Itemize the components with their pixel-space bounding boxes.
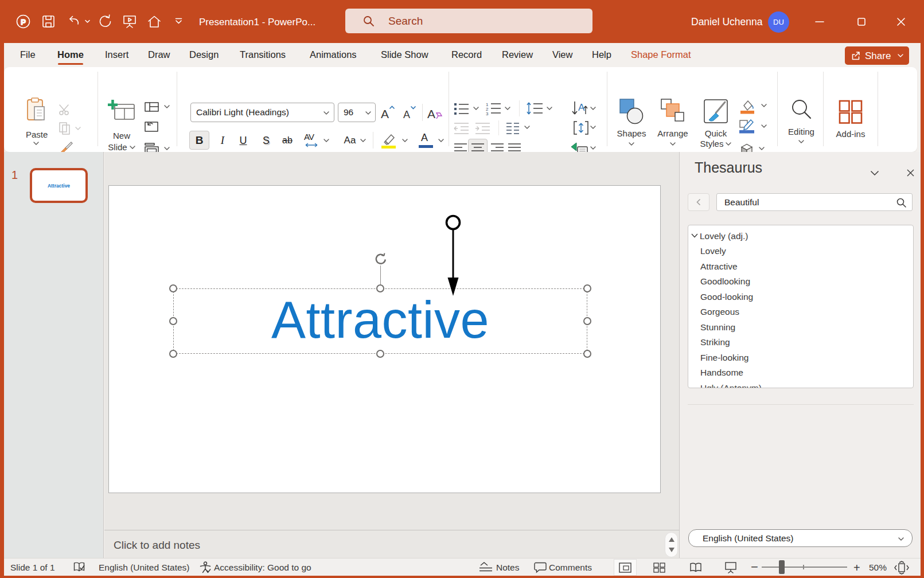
- zoom-slider-track[interactable]: [762, 567, 847, 568]
- tab-transitions[interactable]: Transitions: [240, 43, 286, 66]
- thesaurus-result-heading[interactable]: Lovely (adj.): [688, 228, 913, 244]
- text-direction-icon[interactable]: A: [571, 100, 588, 116]
- tab-draw[interactable]: Draw: [148, 43, 170, 66]
- normal-view-icon[interactable]: [619, 563, 631, 573]
- down-arrow-shape[interactable]: [445, 214, 462, 298]
- thesaurus-result-item[interactable]: Fine-looking: [688, 350, 913, 365]
- thesaurus-result-item[interactable]: Attractive: [688, 259, 913, 274]
- undo-icon[interactable]: [67, 14, 81, 29]
- comments-icon[interactable]: [534, 562, 547, 573]
- minimize-button[interactable]: [816, 21, 824, 22]
- paste-dropdown-icon[interactable]: [33, 142, 39, 145]
- tab-design[interactable]: Design: [189, 43, 219, 66]
- align-vertical-dropdown-icon[interactable]: [590, 126, 596, 129]
- shape-outline-icon[interactable]: [739, 119, 755, 134]
- reset-slide-icon[interactable]: [143, 120, 158, 132]
- columns-dropdown-icon[interactable]: [524, 126, 530, 129]
- accessibility-icon[interactable]: [199, 561, 212, 573]
- line-spacing-dropdown-icon[interactable]: [547, 107, 552, 110]
- start-slideshow-icon[interactable]: [122, 14, 137, 29]
- highlight-dropdown-icon[interactable]: [402, 139, 408, 142]
- tab-file[interactable]: File: [20, 43, 36, 66]
- shape-fill-icon[interactable]: [740, 99, 755, 114]
- reading-view-icon[interactable]: [689, 563, 702, 573]
- notes-scrollbar[interactable]: [665, 532, 678, 557]
- text-shadow-button[interactable]: S: [259, 131, 274, 150]
- change-case-button[interactable]: Aa: [341, 131, 358, 150]
- increase-font-size-button[interactable]: A: [380, 104, 395, 121]
- new-slide-label-1[interactable]: New: [108, 131, 135, 140]
- bullets-dropdown-icon[interactable]: [473, 107, 479, 110]
- arrange-button[interactable]: Arrange: [657, 97, 689, 155]
- rotate-handle-icon[interactable]: [374, 252, 388, 266]
- smartart-dropdown-icon[interactable]: [590, 146, 596, 150]
- thesaurus-back-button[interactable]: [688, 193, 709, 211]
- close-button[interactable]: [897, 18, 905, 26]
- powerpoint-logo-icon[interactable]: P: [15, 14, 31, 29]
- numbering-dropdown-icon[interactable]: [505, 107, 510, 110]
- tab-help[interactable]: Help: [592, 43, 611, 66]
- bold-button[interactable]: B: [189, 131, 209, 150]
- section-dropdown-icon[interactable]: [164, 147, 170, 150]
- paste-label[interactable]: Paste: [26, 130, 46, 139]
- undo-dropdown-icon[interactable]: [85, 19, 90, 24]
- thesaurus-search-box[interactable]: Beautiful: [716, 193, 913, 211]
- user-name[interactable]: Daniel Uchenna: [691, 17, 763, 28]
- copy-icon[interactable]: [59, 122, 71, 135]
- tab-view[interactable]: View: [552, 43, 572, 66]
- resize-handle[interactable]: [583, 284, 591, 292]
- underline-button[interactable]: U: [236, 131, 251, 150]
- decrease-font-size-button[interactable]: A: [402, 104, 417, 121]
- tab-shape-format[interactable]: Shape Format: [631, 43, 691, 66]
- share-button[interactable]: Share: [845, 46, 909, 65]
- zoom-out-button[interactable]: −: [751, 561, 758, 573]
- quick-styles-button[interactable]: Quick Styles: [698, 97, 734, 155]
- thesaurus-collapse-icon[interactable]: [870, 170, 879, 176]
- paste-icon[interactable]: [26, 97, 46, 122]
- thesaurus-result-item[interactable]: Goodlooking: [688, 274, 913, 290]
- new-slide-icon[interactable]: [108, 100, 135, 124]
- thesaurus-result-item[interactable]: Gorgeous: [688, 304, 913, 320]
- text-highlight-button[interactable]: [380, 132, 397, 149]
- align-text-vertical-icon[interactable]: [574, 121, 588, 135]
- numbering-icon[interactable]: 123: [485, 101, 501, 115]
- zoom-level[interactable]: 50%: [869, 563, 887, 572]
- thesaurus-result-item[interactable]: Handsome: [688, 365, 913, 381]
- addins-button[interactable]: Add-ins: [830, 97, 871, 155]
- thesaurus-close-icon[interactable]: [907, 169, 914, 177]
- tab-slide-show[interactable]: Slide Show: [381, 43, 428, 66]
- thesaurus-result-item[interactable]: Ugly (Antonym): [688, 380, 913, 388]
- notes-toggle-label[interactable]: Notes: [496, 563, 520, 572]
- thesaurus-result-item[interactable]: Striking: [688, 335, 913, 350]
- bullets-icon[interactable]: [454, 102, 469, 115]
- cut-icon[interactable]: [59, 103, 72, 116]
- tab-insert[interactable]: Insert: [105, 43, 128, 66]
- font-size-combobox[interactable]: 96: [338, 103, 376, 122]
- zoom-slider-thumb[interactable]: [779, 560, 785, 574]
- font-name-combobox[interactable]: Calibri Light (Headings): [190, 103, 334, 122]
- spell-check-icon[interactable]: [73, 562, 85, 573]
- shape-fill-dropdown-icon[interactable]: [761, 104, 767, 107]
- search-box[interactable]: Search: [345, 9, 592, 33]
- status-language[interactable]: English (United States): [99, 563, 190, 572]
- copy-dropdown-icon[interactable]: [75, 127, 81, 130]
- spacing-dropdown-icon[interactable]: [323, 139, 329, 142]
- layout-dropdown-icon[interactable]: [164, 105, 170, 108]
- thesaurus-result-item[interactable]: Stunning: [688, 319, 913, 335]
- resize-handle[interactable]: [169, 350, 177, 358]
- character-spacing-button[interactable]: AV: [302, 131, 321, 150]
- tab-home[interactable]: Home: [57, 43, 84, 66]
- accessibility-status[interactable]: Accessibility: Good to go: [214, 563, 311, 572]
- decrease-indent-icon[interactable]: [454, 122, 469, 134]
- clear-formatting-button[interactable]: A: [427, 104, 443, 121]
- quick-access-toolbar-icon[interactable]: [175, 18, 182, 25]
- new-slide-label-2[interactable]: Slide: [108, 143, 135, 151]
- increase-indent-icon[interactable]: [475, 122, 490, 134]
- tab-review[interactable]: Review: [502, 43, 533, 66]
- slide-layout-icon[interactable]: [145, 102, 159, 112]
- columns-icon[interactable]: [506, 122, 520, 134]
- thesaurus-search-icon[interactable]: [896, 198, 906, 208]
- font-color-button[interactable]: A: [418, 131, 434, 149]
- resize-handle[interactable]: [169, 317, 177, 325]
- save-icon[interactable]: [41, 14, 56, 29]
